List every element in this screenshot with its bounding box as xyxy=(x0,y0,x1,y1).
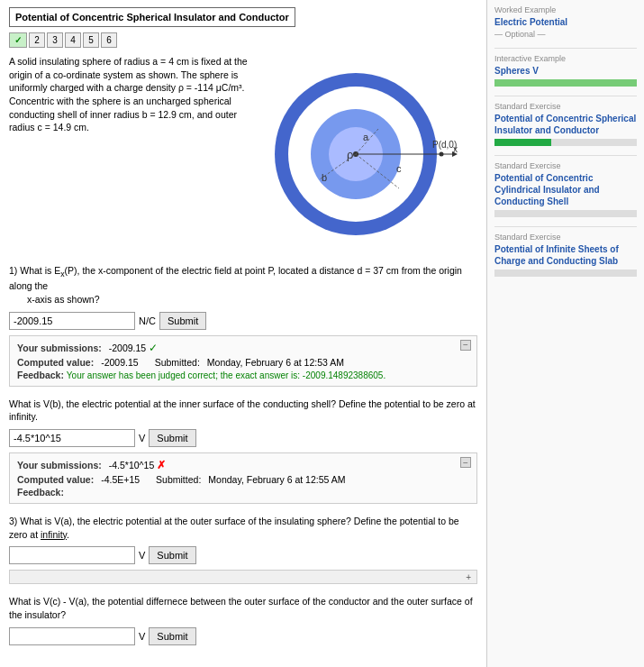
question-1-computed-row: Computed value: -2009.15 Submitted: Mond… xyxy=(17,357,469,368)
problem-title: Potential of Concentric Spherical Insula… xyxy=(9,7,295,27)
sidebar-divider-1 xyxy=(494,48,637,49)
sidebar-exercise-3: Standard Exercise Potential of Infinite … xyxy=(494,233,637,277)
question-2-unit: V xyxy=(139,433,145,443)
question-3-unit: V xyxy=(139,550,145,561)
question-2-text: What is V(b), the electric potential at … xyxy=(9,397,477,424)
worked-example-sub: — Optional — xyxy=(494,30,637,39)
q2-submitted-time: Monday, February 6 at 12:55 AM xyxy=(208,474,345,485)
question-1-text: 1) What is Ex(P), the x-component of the… xyxy=(9,264,477,306)
exercise-1-link[interactable]: Potential of Concentric Spherical Insula… xyxy=(494,113,637,136)
svg-text:a: a xyxy=(363,132,369,142)
exercise-1-label: Standard Exercise xyxy=(494,102,637,111)
step-tab-5[interactable]: 5 xyxy=(83,32,99,48)
question-3-text: 3) What is V(a), the electric potential … xyxy=(9,515,477,541)
question-4-input[interactable] xyxy=(9,627,135,645)
question-4-submit[interactable]: Submit xyxy=(149,627,195,645)
q2-wrong-icon: ✗ xyxy=(157,459,166,471)
exercise-2-link[interactable]: Potential of Concentric Cylindrical Insu… xyxy=(494,172,637,207)
question-3-expand[interactable]: + xyxy=(9,570,477,584)
step-tab-3[interactable]: 3 xyxy=(47,32,63,48)
q1-submitted-label: Submitted: xyxy=(155,357,200,368)
question-3-input[interactable] xyxy=(9,546,135,564)
step-tab-1[interactable]: ✓ xyxy=(9,32,27,48)
exercise-1-progress-fill xyxy=(494,139,551,146)
question-1-feedback: Feedback: Your answer has been judged co… xyxy=(17,370,469,380)
q1-correct-icon: ✓ xyxy=(149,342,158,354)
q2-val: -4.5*10^15 xyxy=(109,460,154,471)
question-4-answer-row: V Submit xyxy=(9,627,477,645)
question-1-unit: N/C xyxy=(139,315,156,326)
sidebar-exercise-1: Standard Exercise Potential of Concentri… xyxy=(494,102,637,146)
question-1-submission-row: Your submissions: -2009.15 ✓ xyxy=(17,342,469,354)
sidebar-interactive: Interactive Example Spheres V xyxy=(494,54,637,87)
q2-submitted-label: Submitted: xyxy=(156,474,201,485)
sidebar-divider-2 xyxy=(494,96,637,96)
exercise-1-progress-bar xyxy=(494,139,637,146)
sidebar-exercise-2: Standard Exercise Potential of Concentri… xyxy=(494,161,637,217)
question-1-submissions: − Your submissions: -2009.15 ✓ Computed … xyxy=(9,335,477,387)
svg-text:c: c xyxy=(396,163,402,174)
question-4-text: What is V(c) - V(a), the potential diffe… xyxy=(9,595,477,621)
exercise-2-label: Standard Exercise xyxy=(494,161,637,170)
q1-submitted-time: Monday, February 6 at 12:53 AM xyxy=(207,357,344,368)
question-1-collapse[interactable]: − xyxy=(460,340,471,351)
expand-icon: + xyxy=(466,572,471,582)
q2-computed-label: Computed value: xyxy=(17,474,94,485)
question-2: What is V(b), the electric potential at … xyxy=(9,397,477,504)
q1-val: -2009.15 xyxy=(109,343,146,353)
interactive-link[interactable]: Spheres V xyxy=(494,65,637,77)
question-1: 1) What is Ex(P), the x-component of the… xyxy=(9,264,477,387)
question-3-submit[interactable]: Submit xyxy=(149,546,195,564)
question-2-collapse[interactable]: − xyxy=(460,457,471,468)
problem-diagram: a b ρ c P(d,0) x xyxy=(266,55,473,253)
q2-submission-value: -4.5*10^15 ✗ xyxy=(109,459,166,471)
interactive-progress-fill xyxy=(494,79,637,87)
worked-example-label: Worked Example xyxy=(494,5,637,14)
step-tab-2[interactable]: 2 xyxy=(29,32,45,48)
q2-feedback-label: Feedback: xyxy=(17,487,64,498)
q1-feedback-text: Your answer has been judged correct; the… xyxy=(67,370,385,380)
exercise-2-progress-bar xyxy=(494,210,637,217)
q1-feedback-label: Feedback: xyxy=(17,370,64,380)
question-2-feedback: Feedback: xyxy=(17,487,469,498)
svg-text:x: x xyxy=(453,144,458,154)
question-1-submission-value: -2009.15 ✓ xyxy=(109,342,158,354)
question-1-input[interactable] xyxy=(9,312,135,330)
question-1-submit[interactable]: Submit xyxy=(159,312,206,330)
q2-submissions-label: Your submissions: xyxy=(17,460,102,471)
question-2-submissions: − Your submissions: -4.5*10^15 ✗ Compute… xyxy=(9,452,477,504)
question-2-input[interactable] xyxy=(9,429,135,447)
sidebar-divider-4 xyxy=(494,226,637,227)
question-2-computed-row: Computed value: -4.5E+15 Submitted: Mond… xyxy=(17,474,469,485)
question-3: 3) What is V(a), the electric potential … xyxy=(9,515,477,584)
exercise-3-link[interactable]: Potential of Infinite Sheets of Charge a… xyxy=(494,243,637,267)
step-tab-6[interactable]: 6 xyxy=(101,32,117,48)
svg-point-10 xyxy=(440,152,444,157)
sidebar-divider-3 xyxy=(494,155,637,156)
q2-computed-value: -4.5E+15 xyxy=(101,474,140,485)
question-4-unit: V xyxy=(139,631,145,642)
sidebar-worked-example: Worked Example Electric Potential — Opti… xyxy=(494,5,637,39)
step-tabs: ✓ 2 3 4 5 6 xyxy=(9,32,477,48)
problem-description: A solid insulating sphere of radius a = … xyxy=(9,55,261,134)
question-2-submit[interactable]: Submit xyxy=(149,429,195,447)
q1-computed-value: -2009.15 xyxy=(101,357,138,368)
question-1-submissions-label: Your submissions: xyxy=(17,343,102,353)
question-4: What is V(c) - V(a), the potential diffe… xyxy=(9,595,477,644)
q1-computed-label: Computed value: xyxy=(17,357,94,368)
worked-example-link[interactable]: Electric Potential xyxy=(494,16,637,28)
question-3-answer-row: V Submit xyxy=(9,546,477,564)
step-tab-4[interactable]: 4 xyxy=(65,32,81,48)
question-2-submission-row: Your submissions: -4.5*10^15 ✗ xyxy=(17,459,469,471)
exercise-3-progress-bar xyxy=(494,270,637,277)
interactive-label: Interactive Example xyxy=(494,54,637,63)
question-2-answer-row: V Submit xyxy=(9,429,477,447)
interactive-progress-bar xyxy=(494,79,637,87)
question-1-answer-row: N/C Submit xyxy=(9,312,477,330)
exercise-3-label: Standard Exercise xyxy=(494,233,637,242)
